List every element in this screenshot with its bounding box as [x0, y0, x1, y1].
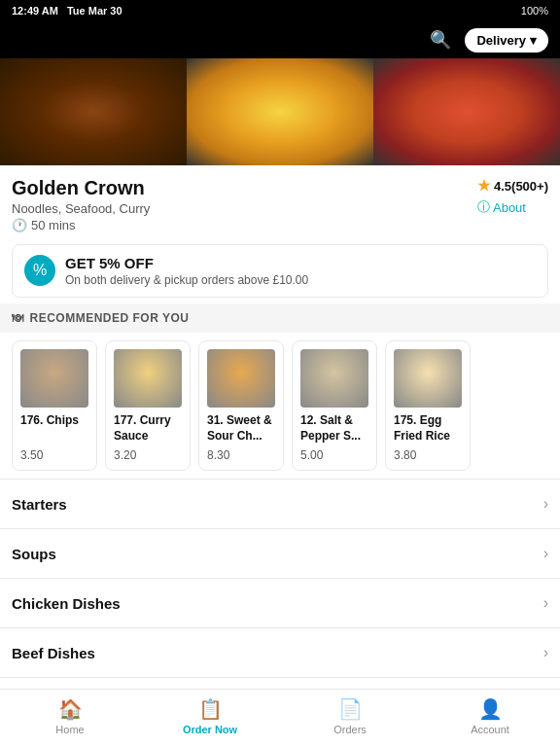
category-beef[interactable]: Beef Dishes › — [0, 628, 560, 678]
chevron-right-icon: › — [543, 644, 548, 661]
rec-card-price: 3.50 — [20, 448, 88, 462]
promo-title: GET 5% OFF — [65, 255, 308, 271]
about-label: About — [493, 200, 526, 215]
status-time: 12:49 AM Tue Mar 30 — [12, 5, 122, 17]
rec-card-price: 3.80 — [394, 448, 462, 462]
recommended-item[interactable]: 12. Salt & Pepper S... 5.00 — [292, 340, 377, 471]
restaurant-time: 🕐 50 mins — [12, 218, 150, 232]
rec-card-name: 12. Salt & Pepper S... — [300, 413, 368, 445]
status-indicators: 100% — [521, 5, 548, 17]
restaurant-name: Golden Crown — [12, 177, 150, 199]
nav-order-now-label: Order Now — [183, 724, 237, 735]
category-name: Chicken Dishes — [12, 595, 121, 612]
rating: ★ 4.5(500+) — [477, 177, 548, 195]
category-name: Starters — [12, 496, 67, 513]
delivery-label: Delivery — [476, 33, 526, 48]
recommended-icon: 🍽 — [12, 311, 24, 325]
rec-card-image — [207, 349, 275, 408]
nav-home-label: Home — [55, 724, 84, 735]
nav-account-label: Account — [471, 724, 509, 735]
nav-order-now-icon: 📋 — [198, 697, 223, 721]
hero-image-3 — [373, 58, 560, 165]
rating-value: 4.5(500+) — [494, 179, 548, 194]
rec-card-name: 175. Egg Fried Rice — [394, 413, 462, 445]
nav-orders-label: Orders — [333, 724, 367, 735]
rec-card-image — [300, 349, 368, 408]
nav-item-home[interactable]: 🏠 Home — [0, 697, 140, 735]
nav-item-account[interactable]: 👤 Account — [420, 697, 560, 735]
restaurant-tags: Noodles, Seafood, Curry — [12, 201, 150, 216]
delivery-chevron-icon: ▾ — [530, 33, 537, 48]
category-name: Beef Dishes — [12, 645, 95, 661]
promo-banner: % GET 5% OFF On both delivery & pickup o… — [12, 244, 548, 298]
search-button[interactable]: 🔍 — [424, 27, 457, 53]
bottom-nav: 🏠 Home 📋 Order Now 📄 Orders 👤 Account — [0, 689, 560, 747]
delivery-toggle-button[interactable]: Delivery ▾ — [465, 28, 548, 53]
recommended-item[interactable]: 177. Curry Sauce 3.20 — [105, 340, 191, 471]
chevron-right-icon: › — [543, 594, 548, 612]
category-starters[interactable]: Starters › — [0, 480, 560, 529]
app-header: 🔍 Delivery ▾ — [0, 21, 560, 58]
clock-icon: 🕐 — [12, 218, 27, 232]
rec-card-name: 31. Sweet & Sour Ch... — [207, 413, 275, 445]
search-icon: 🔍 — [430, 30, 451, 50]
promo-icon: % — [24, 255, 55, 286]
promo-text: GET 5% OFF On both delivery & pickup ord… — [65, 255, 308, 287]
nav-home-icon: 🏠 — [58, 697, 83, 721]
info-icon: ⓘ — [477, 198, 490, 216]
recommended-item[interactable]: 176. Chips 3.50 — [12, 340, 97, 471]
recommended-header: 🍽 RECOMMENDED FOR YOU — [0, 303, 560, 333]
hero-image-1 — [0, 58, 187, 165]
category-name: Soups — [12, 546, 56, 562]
restaurant-info: Golden Crown Noodles, Seafood, Curry 🕐 5… — [0, 165, 560, 238]
restaurant-details: Golden Crown Noodles, Seafood, Curry 🕐 5… — [12, 177, 150, 232]
chevron-right-icon: › — [543, 545, 548, 562]
recommended-item[interactable]: 175. Egg Fried Rice 3.80 — [385, 340, 471, 471]
rec-card-image — [114, 349, 182, 408]
category-chicken[interactable]: Chicken Dishes › — [0, 579, 560, 628]
star-icon: ★ — [477, 177, 490, 195]
rec-card-price: 5.00 — [300, 448, 368, 462]
chevron-right-icon: › — [543, 495, 548, 513]
promo-subtitle: On both delivery & pickup orders above £… — [65, 273, 308, 287]
hero-image-2 — [187, 58, 373, 165]
nav-account-icon: 👤 — [478, 697, 503, 721]
battery-icon: 100% — [521, 5, 548, 17]
rec-card-price: 3.20 — [114, 448, 182, 462]
status-bar: 12:49 AM Tue Mar 30 100% — [0, 0, 560, 21]
about-link[interactable]: ⓘ About — [477, 198, 548, 216]
recommended-label: RECOMMENDED FOR YOU — [30, 311, 190, 325]
nav-item-order-now[interactable]: 📋 Order Now — [140, 697, 280, 735]
rec-card-name: 176. Chips — [20, 413, 88, 445]
nav-orders-icon: 📄 — [338, 697, 363, 721]
restaurant-rating-section: ★ 4.5(500+) ⓘ About — [477, 177, 548, 216]
rec-card-price: 8.30 — [207, 448, 275, 462]
category-soups[interactable]: Soups › — [0, 529, 560, 579]
rec-card-image — [20, 349, 88, 408]
hero-images — [0, 58, 560, 165]
rec-card-name: 177. Curry Sauce — [114, 413, 182, 445]
nav-item-orders[interactable]: 📄 Orders — [280, 697, 420, 735]
recommended-scroll: 176. Chips 3.50 177. Curry Sauce 3.20 31… — [0, 333, 560, 480]
recommended-item[interactable]: 31. Sweet & Sour Ch... 8.30 — [198, 340, 284, 471]
rec-card-image — [394, 349, 462, 408]
